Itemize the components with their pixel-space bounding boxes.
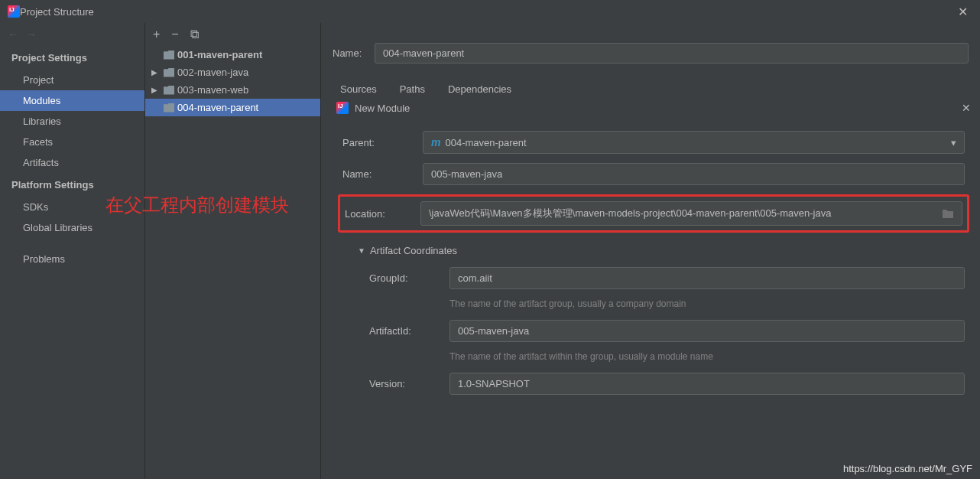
titlebar: Project Structure ✕	[0, 0, 980, 23]
groupid-label: GroupId:	[369, 272, 449, 284]
middle-panel: + − ⧉ 001-maven-parent ▶ 002-maven-java …	[145, 23, 321, 479]
artifactid-input[interactable]	[449, 320, 965, 342]
groupid-input[interactable]	[449, 267, 965, 289]
intellij-icon	[336, 102, 349, 114]
artifact-coordinates-section: GroupId: The name of the artifact group,…	[342, 267, 965, 395]
window-title: Project Structure	[20, 6, 953, 18]
watermark: https://blog.csdn.net/Mr_GYF	[843, 463, 972, 474]
artifact-coordinates-label: Artifact Coordinates	[370, 245, 457, 256]
version-input[interactable]	[449, 373, 965, 395]
artifactid-hint: The name of the artifact within the grou…	[449, 351, 965, 362]
tree-label: 003-maven-web	[177, 84, 248, 96]
name-label: Name:	[342, 168, 423, 180]
section-header-project-settings: Project Settings	[0, 46, 144, 70]
expand-icon[interactable]: ▶	[151, 68, 161, 77]
add-module-button[interactable]: +	[153, 28, 160, 41]
intellij-icon	[8, 5, 20, 18]
nav-item-libraries[interactable]: Libraries	[0, 111, 144, 132]
version-row: Version:	[369, 373, 965, 395]
module-name-row: Name:	[321, 38, 980, 68]
tree-label: 001-maven-parent	[177, 49, 262, 60]
dialog-close-icon[interactable]: ✕	[962, 102, 971, 114]
right-panel: Name: Sources Paths Dependencies New Mod…	[321, 23, 980, 479]
expand-icon[interactable]: ▶	[151, 86, 161, 94]
module-name-input[interactable]	[375, 43, 969, 64]
groupid-hint: The name of the artifact group, usually …	[449, 298, 965, 309]
folder-icon	[164, 68, 174, 77]
name-label: Name:	[333, 47, 375, 59]
module-toolbar: + − ⧉	[145, 23, 320, 46]
browse-folder-icon[interactable]	[942, 208, 954, 219]
nav-forward-icon[interactable]: →	[26, 28, 37, 41]
nav-item-facets[interactable]: Facets	[0, 132, 144, 152]
parent-row: Parent: m 004-maven-parent	[342, 131, 965, 154]
version-label: Version:	[369, 378, 449, 389]
maven-icon: m	[431, 136, 440, 148]
name-row: Name:	[342, 163, 965, 185]
tab-paths[interactable]: Paths	[400, 83, 425, 95]
artifact-coordinates-toggle[interactable]: ▼ Artifact Coordinates	[358, 245, 965, 256]
left-panel: ← → Project Settings Project Modules Lib…	[0, 23, 145, 479]
main-container: ← → Project Settings Project Modules Lib…	[0, 23, 980, 479]
tree-item[interactable]: ▶ 002-maven-java	[145, 64, 320, 81]
nav-item-project[interactable]: Project	[0, 70, 144, 90]
chevron-down-icon: ▼	[358, 246, 365, 255]
nav-item-modules[interactable]: Modules	[0, 90, 144, 111]
tree-item[interactable]: 004-maven-parent	[145, 99, 320, 116]
close-icon[interactable]: ✕	[953, 5, 972, 19]
tree-label: 004-maven-parent	[177, 102, 258, 113]
parent-label: Parent:	[342, 137, 423, 148]
dialog-body: Parent: m 004-maven-parent Name: Locatio…	[327, 119, 980, 415]
name-input[interactable]	[423, 163, 965, 185]
nav-controls: ← →	[0, 23, 144, 46]
folder-icon	[164, 51, 174, 60]
copy-module-button[interactable]: ⧉	[190, 28, 199, 41]
groupid-row: GroupId:	[369, 267, 965, 289]
location-highlight: Location: \javaWeb代码\Maven多模块管理\maven-mo…	[338, 194, 969, 233]
tab-dependencies[interactable]: Dependencies	[448, 83, 511, 95]
tab-sources[interactable]: Sources	[340, 83, 377, 95]
nav-item-problems[interactable]: Problems	[0, 249, 144, 269]
nav-item-artifacts[interactable]: Artifacts	[0, 152, 144, 173]
new-module-dialog: New Module ✕ Parent: m 004-maven-parent …	[327, 96, 980, 479]
location-label: Location:	[345, 208, 420, 220]
remove-module-button[interactable]: −	[171, 28, 178, 41]
nav-back-icon[interactable]: ←	[8, 28, 18, 41]
annotation-text: 在父工程内部创建模块	[105, 193, 289, 217]
tree-item[interactable]: 001-maven-parent	[145, 46, 320, 64]
nav-item-global-libraries[interactable]: Global Libraries	[0, 217, 144, 238]
folder-icon	[164, 103, 174, 112]
location-value: \javaWeb代码\Maven多模块管理\maven-models-proje…	[429, 207, 831, 220]
parent-dropdown[interactable]: m 004-maven-parent	[423, 131, 965, 154]
tree-item[interactable]: ▶ 003-maven-web	[145, 81, 320, 99]
folder-icon	[164, 86, 174, 95]
location-input[interactable]: \javaWeb代码\Maven多模块管理\maven-models-proje…	[420, 201, 962, 226]
dialog-title: New Module	[355, 103, 956, 114]
tree-label: 002-maven-java	[177, 67, 248, 78]
parent-value: 004-maven-parent	[445, 137, 526, 148]
artifactid-row: ArtifactId:	[369, 320, 965, 342]
dialog-header: New Module ✕	[327, 96, 980, 119]
artifactid-label: ArtifactId:	[369, 325, 449, 337]
